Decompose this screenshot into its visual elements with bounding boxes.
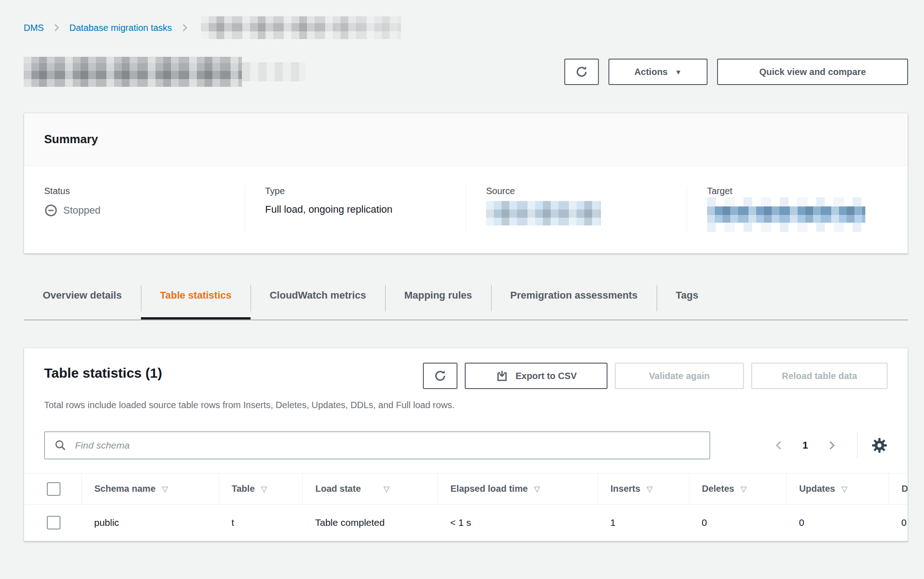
table-header-row: Schema name▽ Table▽ Load state▽ Elapsed …	[24, 474, 908, 504]
refresh-icon	[433, 369, 447, 383]
current-page-number: 1	[803, 439, 808, 451]
sort-icon[interactable]: ▽	[384, 484, 390, 494]
summary-field-source: Source	[466, 186, 687, 232]
table-statistics-title: Table statistics (1)	[44, 363, 162, 381]
summary-field-status: Status Stopped	[24, 186, 245, 232]
next-page-button[interactable]	[823, 436, 841, 454]
table-statistics-actions: Export to CSV Validate again Reload tabl…	[423, 363, 888, 389]
sort-icon[interactable]: ▽	[534, 484, 540, 494]
summary-header: Summary	[24, 113, 908, 166]
summary-body: Status Stopped Type Full load, ongoing r…	[24, 166, 908, 253]
minus-circle-icon	[44, 204, 58, 217]
summary-title: Summary	[44, 132, 98, 146]
reload-table-data-button[interactable]: Reload table data	[751, 363, 888, 389]
tab-premigration-assessments[interactable]: Premigration assessments	[491, 282, 657, 319]
sort-icon[interactable]: ▽	[647, 484, 653, 494]
column-label: Elapsed load time	[451, 484, 528, 494]
breadcrumb: DMS Database migration tasks	[24, 0, 908, 40]
find-schema-input[interactable]	[44, 431, 710, 459]
table-statistics-description: Total rows include loaded source table r…	[44, 400, 888, 410]
pagination: 1	[770, 433, 888, 458]
source-value-redacted	[486, 201, 601, 225]
chevron-right-icon	[179, 22, 190, 33]
header-actions: Actions ▼ Quick view and compare	[564, 59, 908, 85]
target-value-redacted	[707, 197, 865, 232]
refresh-button[interactable]	[564, 59, 599, 85]
field-label: Type	[265, 186, 446, 196]
column-label: Schema name	[95, 484, 156, 494]
export-to-csv-button[interactable]: Export to CSV	[465, 363, 608, 389]
column-label: DDLs	[902, 484, 908, 494]
column-header-elapsed-load-time[interactable]: Elapsed load time▽	[437, 474, 598, 504]
gear-icon	[871, 437, 888, 454]
sort-icon[interactable]: ▽	[162, 484, 168, 494]
summary-field-target: Target	[687, 186, 908, 232]
select-all-checkbox[interactable]	[47, 482, 60, 496]
actions-button-label: Actions	[634, 67, 668, 77]
column-header-deletes[interactable]: Deletes▽	[689, 474, 786, 504]
column-label: Table	[232, 484, 255, 494]
field-label: Source	[486, 186, 667, 196]
tab-cloudwatch-metrics[interactable]: CloudWatch metrics	[251, 282, 385, 319]
cell-load-state: Table completed	[302, 504, 437, 541]
column-label: Inserts	[611, 484, 641, 494]
target-value-redacted-core	[707, 206, 865, 223]
field-label: Status	[44, 186, 225, 196]
cell-deletes: 0	[689, 504, 786, 541]
dms-task-page: DMS Database migration tasks Actions	[0, 0, 924, 579]
caret-down-icon: ▼	[675, 69, 682, 75]
tab-mapping-rules[interactable]: Mapping rules	[385, 282, 491, 319]
sort-icon[interactable]: ▽	[261, 484, 267, 494]
column-label: Updates	[799, 484, 835, 494]
field-label: Target	[707, 186, 888, 196]
table-row: public t Table completed < 1 s 1 0 0 0	[24, 504, 908, 541]
validate-again-button[interactable]: Validate again	[615, 363, 744, 389]
type-value: Full load, ongoing replication	[265, 204, 446, 215]
cell-schema-name: public	[81, 504, 219, 541]
table-statistics-panel: Table statistics (1)	[24, 348, 908, 541]
tab-tags[interactable]: Tags	[657, 282, 718, 319]
export-to-csv-label: Export to CSV	[516, 371, 577, 381]
tab-overview-details[interactable]: Overview details	[24, 282, 141, 319]
refresh-icon	[575, 65, 588, 79]
cell-ddls: 0	[889, 504, 908, 541]
summary-panel: Summary Status Stopped Type Full load,	[24, 113, 908, 254]
preferences-gear-button[interactable]	[871, 437, 888, 454]
page-header: Actions ▼ Quick view and compare	[24, 57, 908, 87]
statistics-table-wrapper: Schema name▽ Table▽ Load state▽ Elapsed …	[24, 473, 908, 541]
actions-button[interactable]: Actions ▼	[608, 59, 708, 85]
status-value: Stopped	[63, 205, 100, 216]
sort-icon[interactable]: ▽	[741, 484, 747, 494]
cell-elapsed-load-time: < 1 s	[437, 504, 598, 541]
task-detail-tabs: Overview details Table statistics CloudW…	[24, 282, 908, 320]
tab-table-statistics[interactable]: Table statistics	[141, 282, 251, 319]
statistics-table: Schema name▽ Table▽ Load state▽ Elapsed …	[24, 473, 908, 541]
column-label: Deletes	[702, 484, 734, 494]
search-icon	[54, 439, 67, 452]
column-header-inserts[interactable]: Inserts▽	[598, 474, 689, 504]
sort-icon[interactable]: ▽	[841, 484, 847, 494]
column-header-updates[interactable]: Updates▽	[786, 474, 889, 504]
quick-view-and-compare-button[interactable]: Quick view and compare	[717, 59, 908, 85]
page-title-redacted	[24, 57, 242, 87]
divider	[857, 433, 858, 458]
previous-page-button[interactable]	[770, 436, 788, 454]
summary-field-type: Type Full load, ongoing replication	[245, 186, 466, 232]
cell-table: t	[219, 504, 302, 541]
column-header-ddls[interactable]: DDLs▽	[889, 474, 908, 504]
cell-updates: 0	[786, 504, 889, 541]
breadcrumb-link-tasks[interactable]: Database migration tasks	[69, 23, 172, 33]
row-checkbox[interactable]	[47, 516, 60, 529]
table-toolbar: 1	[24, 431, 908, 459]
breadcrumb-task-name-redacted	[201, 16, 401, 39]
cell-inserts: 1	[598, 504, 689, 541]
column-header-load-state[interactable]: Load state▽	[302, 474, 437, 504]
column-label: Load state	[316, 484, 361, 494]
table-refresh-button[interactable]	[423, 363, 457, 389]
download-icon	[496, 369, 508, 382]
breadcrumb-link-dms[interactable]: DMS	[24, 23, 44, 33]
column-header-schema-name[interactable]: Schema name▽	[81, 474, 219, 504]
chevron-right-icon	[51, 22, 62, 33]
column-header-table[interactable]: Table▽	[219, 474, 302, 504]
